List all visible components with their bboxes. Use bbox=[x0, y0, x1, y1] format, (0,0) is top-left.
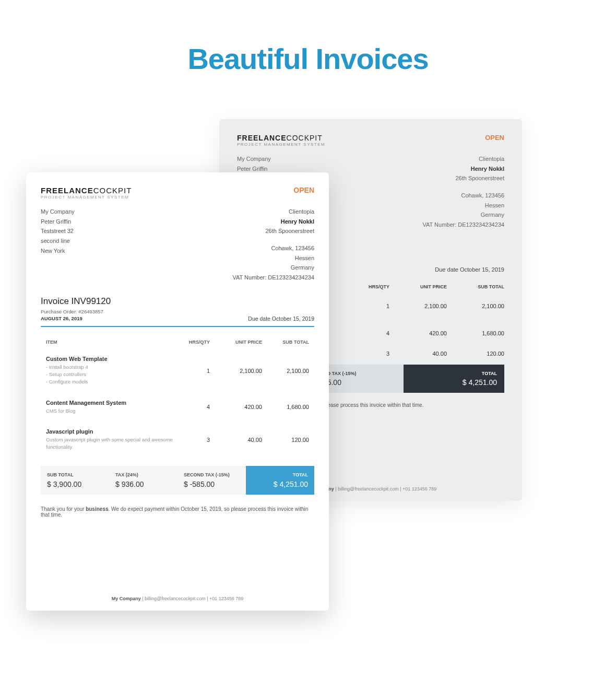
from-address: My Company Peter Griffin Teststreet 32 s… bbox=[41, 207, 75, 283]
to-address: Clientopia Henry Nokkl 26th Spoonerstree… bbox=[232, 207, 314, 283]
status-badge: OPEN bbox=[293, 186, 314, 194]
table-row: Javascript plugin Custom javascript plug… bbox=[41, 422, 314, 458]
invoice-date: AUGUST 26, 2019 bbox=[41, 315, 82, 321]
table-header: ITEM HRS/QTY UNIT PRICE SUB TOTAL bbox=[41, 335, 314, 349]
totals-row: SUB TOTAL $ 3,900.00 TAX (24%) $ 936.00 … bbox=[41, 466, 314, 495]
brand-logo: FREELANCECOCKPIT PROJECT MANAGEMENT SYST… bbox=[41, 186, 132, 200]
due-date: Due date October 15, 2019 bbox=[248, 315, 314, 322]
status-badge: OPEN bbox=[485, 134, 504, 142]
page-headline: Beautiful Invoices bbox=[0, 0, 616, 76]
thank-you-text: Thank you for your business. We do expec… bbox=[41, 506, 314, 518]
invoice-preview-front: FREELANCECOCKPIT PROJECT MANAGEMENT SYST… bbox=[26, 172, 329, 611]
table-row: Content Management System CMS for Blog 4… bbox=[41, 393, 314, 422]
invoice-footer: My Company | billing@freelancecockpit.co… bbox=[41, 596, 314, 601]
to-address: Clientopia Henry Nokkl 26th Spoonerstree… bbox=[422, 154, 504, 230]
brand-logo: FREELANCECOCKPIT PROJECT MANAGEMENT SYST… bbox=[237, 134, 325, 147]
invoice-title: Invoice INV99120 bbox=[41, 296, 314, 307]
table-row: Custom Web Template - Install bootstrap … bbox=[41, 349, 314, 393]
purchase-order: Purchase Order: #26493857 bbox=[41, 309, 314, 314]
